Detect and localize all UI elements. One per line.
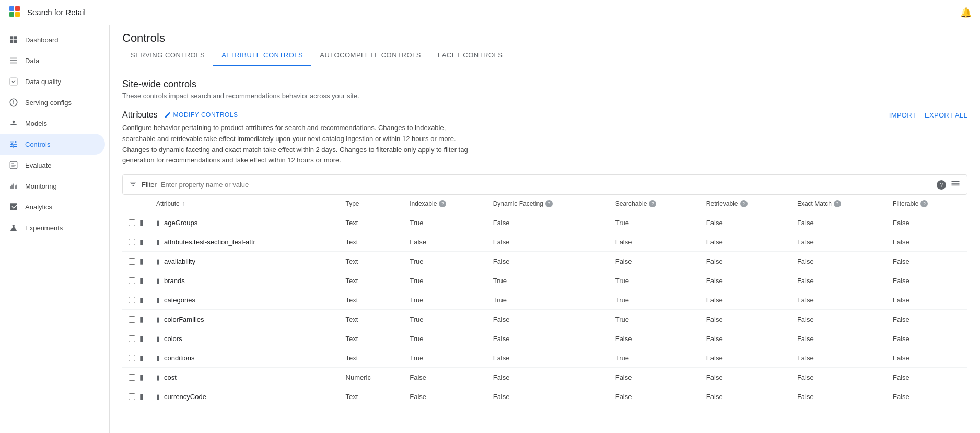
row-checkbox[interactable]	[129, 355, 135, 361]
searchable-help-icon[interactable]: ?	[649, 200, 656, 207]
dynamic-faceting-help-icon[interactable]: ?	[545, 200, 553, 207]
cell-indexable: True	[403, 290, 486, 310]
attributes-title: Attributes	[122, 110, 158, 120]
sidebar-item-experiments[interactable]: Experiments	[0, 217, 105, 238]
filterable-help-icon[interactable]: ?	[920, 200, 928, 207]
cell-attribute: ▮availability	[150, 252, 340, 271]
monitoring-icon	[8, 181, 19, 191]
serving-configs-icon	[8, 97, 19, 108]
main-content: Controls SERVING CONTROLS ATTRIBUTE CONT…	[110, 25, 980, 433]
table-row: ▮▮brandsTextTrueTrueTrueFalseFalseFalse	[122, 271, 967, 290]
import-button[interactable]: IMPORT	[889, 111, 916, 119]
sidebar-item-data[interactable]: Data	[0, 50, 105, 71]
sidebar-item-analytics[interactable]: Analytics	[0, 196, 105, 217]
cell-filterable: False	[886, 348, 967, 368]
cell-exact_match: False	[791, 348, 886, 368]
exact-match-help-icon[interactable]: ?	[834, 200, 841, 207]
filter-help-icon[interactable]: ?	[937, 180, 946, 190]
attr-name-value: brands	[164, 277, 185, 285]
cell-exact_match: False	[791, 232, 886, 252]
row-checkbox[interactable]	[129, 277, 135, 284]
svg-rect-4	[10, 36, 13, 39]
cell-filterable: False	[886, 310, 967, 329]
sidebar-item-models[interactable]: Models	[0, 113, 105, 134]
attr-name-value: colorFamilies	[164, 315, 204, 323]
export-all-button[interactable]: EXPORT ALL	[925, 111, 967, 119]
table-body: ▮▮ageGroupsTextTrueFalseTrueFalseFalseFa…	[122, 213, 967, 406]
cell-type: Text	[340, 348, 404, 368]
cell-type: Text	[340, 387, 404, 406]
evaluate-icon	[8, 160, 19, 170]
cell-attribute: ▮brands	[150, 271, 340, 290]
row-checkbox[interactable]	[129, 374, 135, 381]
th-dynamic-faceting-label: Dynamic Faceting	[493, 200, 543, 207]
tab-autocomplete-controls[interactable]: AUTOCOMPLETE CONTROLS	[311, 45, 429, 66]
sidebar-item-serving-configs[interactable]: Serving configs	[0, 92, 105, 113]
cell-exact_match: False	[791, 368, 886, 387]
cell-exact_match: False	[791, 290, 886, 310]
th-exact-match-label: Exact Match	[797, 200, 832, 207]
cell-exact_match: False	[791, 329, 886, 348]
column-selector-icon[interactable]	[950, 178, 961, 191]
cell-dynamic_faceting: False	[487, 252, 609, 271]
sidebar-item-monitoring[interactable]: Monitoring	[0, 175, 105, 196]
cell-type: Text	[340, 329, 404, 348]
th-searchable: Searchable ?	[609, 195, 700, 213]
sidebar-label-dashboard: Dashboard	[25, 36, 59, 44]
cell-type: Text	[340, 252, 404, 271]
cell-indexable: True	[403, 310, 486, 329]
cell-checkbox: ▮	[122, 329, 150, 348]
modify-controls-button[interactable]: MODIFY CONTROLS	[164, 111, 238, 119]
retrievable-help-icon[interactable]: ?	[740, 200, 748, 207]
cell-indexable: False	[403, 368, 486, 387]
app-title: Search for Retail	[27, 8, 86, 17]
table-row: ▮▮attributes.test-section_test-attrTextF…	[122, 232, 967, 252]
row-checkbox[interactable]	[129, 297, 135, 303]
row-checkbox[interactable]	[129, 335, 135, 342]
svg-rect-0	[9, 6, 14, 11]
cell-filterable: False	[886, 387, 967, 406]
cell-dynamic_faceting: False	[487, 329, 609, 348]
attributes-table: Attribute ↑ Type Indexable ?	[122, 195, 967, 406]
cell-retrievable: False	[700, 290, 791, 310]
cell-retrievable: False	[700, 329, 791, 348]
tab-serving-controls[interactable]: SERVING CONTROLS	[122, 45, 213, 66]
cell-searchable: True	[609, 310, 700, 329]
notification-bell-icon[interactable]: 🔔	[960, 7, 972, 18]
filter-input[interactable]	[161, 181, 932, 189]
sidebar-item-controls[interactable]: Controls	[0, 134, 105, 155]
cell-dynamic_faceting: False	[487, 368, 609, 387]
cell-checkbox: ▮	[122, 368, 150, 387]
th-retrievable-label: Retrievable	[706, 200, 738, 207]
cell-exact_match: False	[791, 252, 886, 271]
table-row: ▮▮colorFamiliesTextTrueFalseTrueFalseFal…	[122, 310, 967, 329]
cell-dynamic_faceting: False	[487, 387, 609, 406]
table-row: ▮▮costNumericFalseFalseFalseFalseFalseFa…	[122, 368, 967, 387]
sidebar-item-data-quality[interactable]: Data quality	[0, 71, 105, 92]
cell-dynamic_faceting: True	[487, 271, 609, 290]
sidebar: Dashboard Data Data quality Serving conf…	[0, 25, 110, 433]
sidebar-item-dashboard[interactable]: Dashboard	[0, 29, 105, 50]
cell-checkbox: ▮	[122, 232, 150, 252]
tab-facet-controls[interactable]: FACET CONTROLS	[429, 45, 511, 66]
tab-attribute-controls[interactable]: ATTRIBUTE CONTROLS	[213, 45, 311, 66]
sidebar-label-controls: Controls	[25, 141, 50, 148]
th-checkbox	[122, 195, 150, 213]
sort-icon[interactable]: ↑	[182, 200, 185, 207]
sidebar-item-evaluate[interactable]: Evaluate	[0, 155, 105, 175]
indexable-help-icon[interactable]: ?	[439, 200, 446, 207]
row-checkbox[interactable]	[129, 219, 135, 226]
row-checkbox[interactable]	[129, 316, 135, 323]
row-folder-icon: ▮	[156, 277, 160, 285]
attr-name-value: availability	[164, 258, 195, 265]
row-checkbox[interactable]	[129, 393, 135, 400]
cell-filterable: False	[886, 271, 967, 290]
row-folder-icon: ▮	[156, 296, 160, 304]
cell-checkbox: ▮	[122, 271, 150, 290]
sidebar-label-data: Data	[25, 57, 39, 65]
row-folder-icon: ▮	[156, 315, 160, 323]
svg-rect-6	[10, 40, 13, 43]
row-checkbox[interactable]	[129, 239, 135, 245]
row-checkbox[interactable]	[129, 258, 135, 265]
page-title: Controls	[110, 25, 980, 45]
